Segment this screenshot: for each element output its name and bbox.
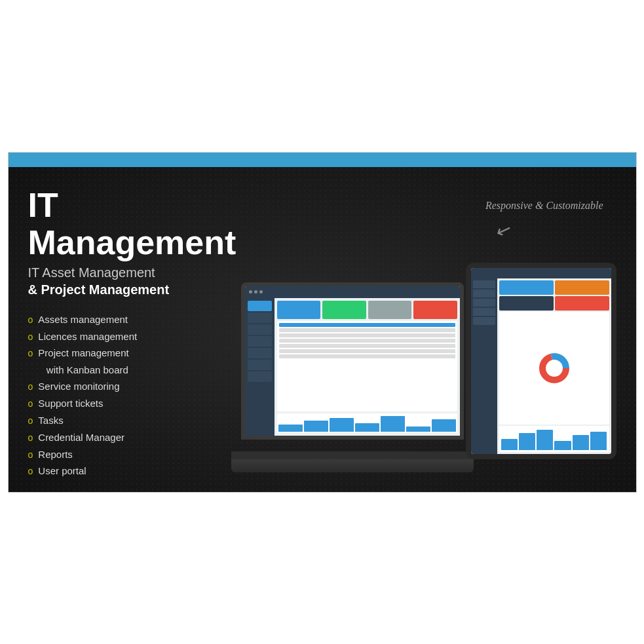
tablet-sidebar bbox=[471, 278, 497, 454]
tablet-topbar bbox=[471, 268, 611, 278]
chart-bar bbox=[304, 421, 328, 432]
tablet-app bbox=[471, 268, 611, 454]
bullet-icon: o bbox=[28, 346, 33, 362]
tablet-cards-row bbox=[499, 280, 609, 295]
sidebar-item bbox=[248, 301, 272, 311]
stat-card-green bbox=[322, 301, 366, 319]
sidebar-item bbox=[473, 280, 495, 288]
tablet-cards-row2 bbox=[499, 296, 609, 311]
tablet-main-area bbox=[497, 278, 611, 454]
laptop-base bbox=[231, 459, 474, 472]
bar-item bbox=[573, 435, 589, 449]
bullet-icon: o bbox=[28, 396, 33, 412]
tablet-card-blue bbox=[499, 280, 554, 295]
topbar-dot bbox=[254, 290, 257, 294]
list-item: o Service monitoring bbox=[28, 378, 218, 395]
tablet-card-red bbox=[555, 296, 609, 311]
subtitle: IT Asset Management & Project Management bbox=[28, 264, 218, 298]
list-item: o Reports bbox=[28, 446, 218, 463]
main-title: IT Management bbox=[28, 187, 218, 261]
app-body bbox=[245, 298, 460, 436]
list-item: o Project management with Kanban board bbox=[28, 345, 218, 378]
features-list: o Assets management o Licences managemen… bbox=[28, 311, 218, 480]
feature-text: Assets management bbox=[38, 311, 128, 328]
tablet-mockup bbox=[466, 263, 616, 459]
bar-item bbox=[519, 433, 535, 450]
bullet-icon: o bbox=[28, 379, 33, 395]
chart-bar bbox=[355, 423, 379, 432]
stat-card-blue bbox=[277, 301, 321, 319]
tablet-card-dark bbox=[499, 296, 554, 311]
table-header-row bbox=[279, 323, 455, 327]
laptop-screen bbox=[241, 282, 464, 440]
chart-bar bbox=[278, 425, 303, 431]
dark-content-area: IT Management IT Asset Management & Proj… bbox=[9, 167, 636, 492]
donut-chart-area bbox=[499, 312, 609, 425]
sidebar-item bbox=[473, 317, 495, 325]
sidebar-item bbox=[248, 360, 272, 370]
feature-text: Licences management bbox=[38, 328, 137, 345]
bullet-icon: o bbox=[28, 313, 33, 328]
cards-row bbox=[277, 301, 457, 319]
bar-item bbox=[554, 441, 571, 450]
donut-chart bbox=[538, 352, 571, 385]
bullet-icon: o bbox=[28, 330, 33, 345]
list-item: o User portal bbox=[28, 463, 218, 480]
app-topbar bbox=[245, 286, 460, 298]
chart-bar bbox=[406, 426, 430, 432]
left-panel: IT Management IT Asset Management & Proj… bbox=[28, 187, 231, 472]
table-row bbox=[279, 354, 455, 358]
topbar-dot bbox=[259, 290, 263, 294]
blue-accent-bar bbox=[9, 153, 636, 167]
sidebar-item bbox=[473, 290, 495, 297]
tablet-bar-chart bbox=[499, 426, 609, 452]
stat-card-red bbox=[413, 301, 457, 319]
app-sidebar bbox=[245, 298, 275, 436]
feature-text: Credential Manager bbox=[38, 429, 124, 446]
sidebar-item bbox=[248, 371, 272, 382]
sidebar-item bbox=[248, 336, 272, 347]
responsive-label: Responsive & Customizable bbox=[485, 200, 603, 212]
tablet-card-orange bbox=[555, 280, 609, 295]
subtitle-line1: IT Asset Management bbox=[28, 265, 155, 280]
bar-chart bbox=[277, 413, 457, 433]
bar-item bbox=[590, 432, 607, 449]
subtitle-line2: & Project Management bbox=[28, 282, 170, 297]
chart-bar bbox=[381, 416, 405, 431]
feature-text: Reports bbox=[38, 446, 73, 463]
table-row bbox=[279, 328, 455, 332]
bar-item bbox=[501, 439, 518, 450]
chart-bar bbox=[330, 418, 354, 432]
bullet-icon: o bbox=[28, 430, 33, 446]
table-row bbox=[279, 349, 455, 353]
sidebar-item bbox=[248, 348, 272, 358]
sidebar-item bbox=[473, 299, 495, 307]
tablet-screen bbox=[466, 263, 616, 459]
tablet-body bbox=[471, 278, 611, 454]
bullet-icon: o bbox=[28, 447, 33, 463]
bullet-icon: o bbox=[28, 464, 33, 480]
stat-card-gray bbox=[368, 301, 412, 319]
feature-text: Support tickets bbox=[38, 395, 103, 412]
list-item: o Credential Manager bbox=[28, 429, 218, 446]
sidebar-item bbox=[473, 308, 495, 316]
app-main-area bbox=[275, 298, 460, 436]
feature-text: Project management with Kanban board bbox=[38, 345, 128, 378]
topbar-dot bbox=[249, 290, 252, 294]
sidebar-item bbox=[248, 313, 272, 323]
arrow-icon: ↙ bbox=[108, 492, 123, 493]
app-screenshot bbox=[245, 286, 460, 436]
laptop-hinge bbox=[231, 451, 474, 459]
right-panel: Responsive & Customizable ↙ bbox=[231, 187, 616, 472]
chart-bar bbox=[432, 419, 456, 431]
sidebar-item bbox=[248, 324, 272, 335]
table-row bbox=[279, 333, 455, 337]
list-item: o Assets management bbox=[28, 311, 218, 328]
feature-text: User portal bbox=[38, 463, 86, 480]
responsive-arrow-icon: ↙ bbox=[493, 218, 515, 243]
bullet-icon: o bbox=[28, 413, 33, 429]
list-item: o Support tickets bbox=[28, 395, 218, 412]
feature-text: Service monitoring bbox=[38, 378, 119, 395]
bar-item bbox=[537, 430, 553, 450]
data-table bbox=[277, 321, 457, 411]
